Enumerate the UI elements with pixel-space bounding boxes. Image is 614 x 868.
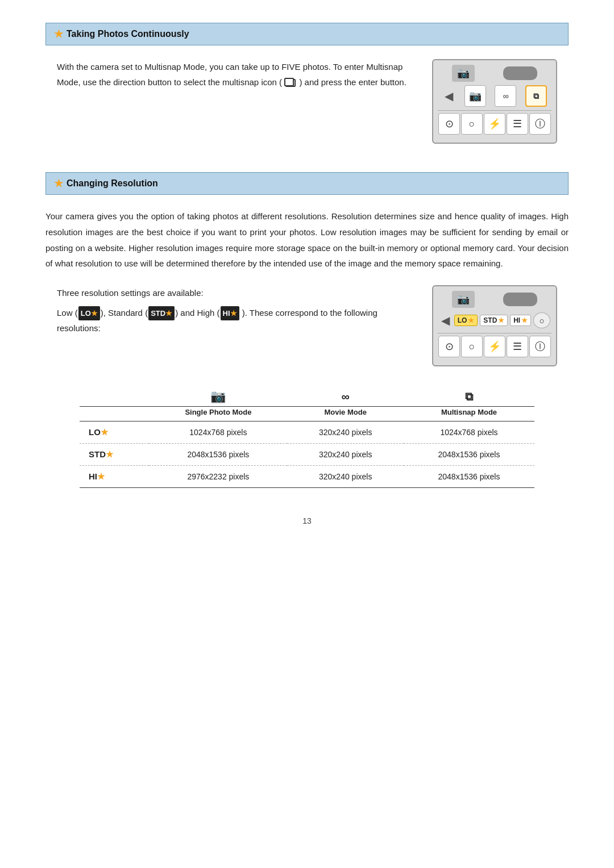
settings-detail: Low (LO★), Standard (STD★) and High (HI★… xyxy=(57,305,415,336)
resolution-table: 📷 ∞ ⧉ Single Photo Mode Movie Mode Multi… xyxy=(80,383,534,488)
section1-title: Taking Photos Continuously xyxy=(67,29,189,39)
section1-camera-img: 📷 ◀ 📷 ∞ ⧉ ⊙ ○ ⚡ ☰ xyxy=(432,59,557,144)
section1-text: With the camera set to Multisnap Mode, y… xyxy=(57,59,415,90)
col-label-movie: Movie Mode xyxy=(287,407,404,422)
cam2-row-badges: ◀ LO★ STD★ HI★ ○ xyxy=(438,311,551,329)
cam-icon-circle: ○ xyxy=(461,113,483,135)
cam-badge-lo: LO★ xyxy=(454,315,478,326)
table-header-icons-row: 📷 ∞ ⧉ xyxy=(80,383,534,407)
cam2-icon-menu: ☰ xyxy=(507,336,528,357)
section2-body: Three resolution settings are available:… xyxy=(45,285,569,366)
section2-intro: Your camera gives you the option of taki… xyxy=(45,208,569,272)
cam2-lens xyxy=(503,293,537,306)
cell-std-single: 2048x1536 pixels xyxy=(149,444,287,466)
star-icon-1: ★ xyxy=(54,28,63,40)
cam-row-1: ◀ 📷 ∞ ⧉ xyxy=(438,85,551,107)
camera-ui-1: 📷 ◀ 📷 ∞ ⧉ ⊙ ○ ⚡ ☰ xyxy=(432,59,557,144)
table-empty-label xyxy=(80,407,149,422)
cam2-top-bar: 📷 xyxy=(438,291,551,308)
cam2-divider xyxy=(438,333,551,333)
cam-row-2: ⊙ ○ ⚡ ☰ Ⓘ xyxy=(438,113,551,135)
multisnap-icon xyxy=(285,79,296,87)
cam-top-bar: 📷 xyxy=(452,65,475,82)
cam2-icon-flash: ⚡ xyxy=(484,336,505,357)
cam2-body: 📷 xyxy=(452,291,475,308)
section-changing-resolution: ★ Changing Resolution Your camera gives … xyxy=(45,172,569,488)
section2-settings-text: Three resolution settings are available:… xyxy=(57,285,415,336)
section1-header: ★ Taking Photos Continuously xyxy=(45,23,569,45)
cam-row-top-top: 📷 xyxy=(438,65,551,82)
table-row-hi: HI★ 2976x2232 pixels 320x240 pixels 2048… xyxy=(80,466,534,488)
cell-hi-single: 2976x2232 pixels xyxy=(149,466,287,488)
table-empty-header xyxy=(80,383,149,407)
badge-std: STD★ xyxy=(148,306,175,320)
cell-std-movie: 320x240 pixels xyxy=(287,444,404,466)
cell-hi-multi: 2048x1536 pixels xyxy=(404,466,534,488)
page-number: 13 xyxy=(45,516,569,525)
section-taking-photos: ★ Taking Photos Continuously With the ca… xyxy=(45,23,569,144)
cam-icon-multi: ⧉ xyxy=(525,85,547,107)
cam2-row-bottom: ⊙ ○ ⚡ ☰ Ⓘ xyxy=(438,336,551,357)
cam2-icon-circle: ○ xyxy=(461,336,483,357)
cam2-arrow: ◀ xyxy=(439,311,452,329)
section2-header: ★ Changing Resolution xyxy=(45,172,569,195)
cell-lo-movie: 320x240 pixels xyxy=(287,422,404,444)
section2-title: Changing Resolution xyxy=(67,178,158,189)
cam-lens xyxy=(503,66,537,80)
cam-icon-single: 📷 xyxy=(464,85,486,107)
row-label-lo: LO★ xyxy=(80,422,149,444)
star-icon-2: ★ xyxy=(54,177,63,190)
col-label-multi: Multisnap Mode xyxy=(404,407,534,422)
cam-icon-flash: ⚡ xyxy=(484,113,505,135)
cell-std-multi: 2048x1536 pixels xyxy=(404,444,534,466)
cam-badge-hi: HI★ xyxy=(510,315,531,326)
col-icon-single: 📷 xyxy=(149,383,287,407)
cam-divider xyxy=(438,110,551,111)
cam-arrow: ◀ xyxy=(442,87,455,105)
col-icon-multi: ⧉ xyxy=(404,383,534,407)
section1-body: With the camera set to Multisnap Mode, y… xyxy=(45,59,569,144)
cam-icon-info: Ⓘ xyxy=(529,113,551,135)
badge-lo: LO★ xyxy=(78,306,100,320)
cell-lo-multi: 1024x768 pixels xyxy=(404,422,534,444)
badge-hi: HI★ xyxy=(221,306,239,320)
row-label-std: STD★ xyxy=(80,444,149,466)
cam-icon-menu: ☰ xyxy=(507,113,528,135)
camera-ui-2: 📷 ◀ LO★ STD★ HI★ ○ ⊙ ○ ⚡ ☰ Ⓘ xyxy=(432,285,557,366)
multisnap-cam-icon: ⧉ xyxy=(533,91,539,101)
section2-camera-img: 📷 ◀ LO★ STD★ HI★ ○ ⊙ ○ ⚡ ☰ Ⓘ xyxy=(432,285,557,366)
settings-label: Three resolution settings are available: xyxy=(57,285,415,301)
cam2-icon-info: Ⓘ xyxy=(529,336,551,357)
table-row-lo: LO★ 1024x768 pixels 320x240 pixels 1024x… xyxy=(80,422,534,444)
col-label-single: Single Photo Mode xyxy=(149,407,287,422)
cam2-icon-macro: ⊙ xyxy=(438,336,460,357)
cam2-dial: ○ xyxy=(533,312,550,328)
cam-icon-macro: ⊙ xyxy=(438,113,460,135)
cam-badge-std: STD★ xyxy=(480,315,508,326)
table-header-labels-row: Single Photo Mode Movie Mode Multisnap M… xyxy=(80,407,534,422)
table-row-std: STD★ 2048x1536 pixels 320x240 pixels 204… xyxy=(80,444,534,466)
cell-hi-movie: 320x240 pixels xyxy=(287,466,404,488)
row-label-hi: HI★ xyxy=(80,466,149,488)
col-icon-movie: ∞ xyxy=(287,383,404,407)
cam-icon-film: ∞ xyxy=(495,85,516,107)
cell-lo-single: 1024x768 pixels xyxy=(149,422,287,444)
resolution-table-container: 📷 ∞ ⧉ Single Photo Mode Movie Mode Multi… xyxy=(45,383,569,488)
